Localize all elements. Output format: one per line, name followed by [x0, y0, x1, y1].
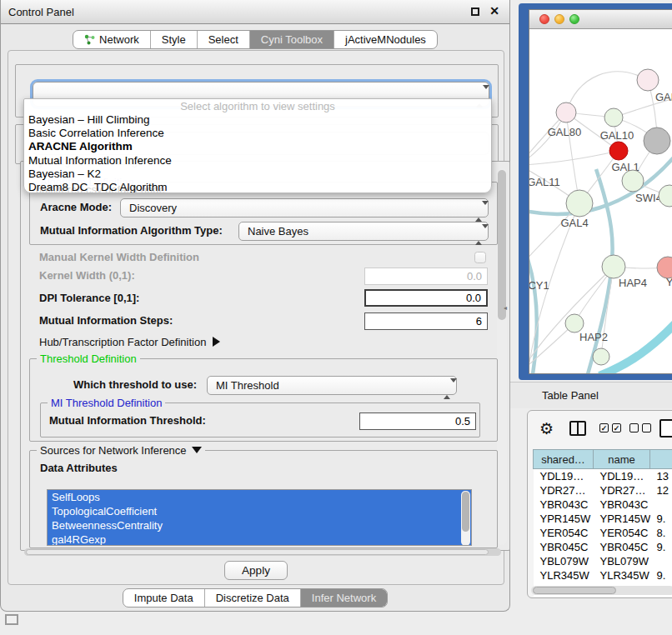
float-window-icon[interactable] — [471, 8, 479, 16]
network-node[interactable] — [644, 128, 670, 154]
table-cell[interactable]: 9. — [650, 512, 672, 526]
tab-cyni-toolbox[interactable]: Cyni Toolbox — [249, 31, 333, 48]
table-horizontal-scrollbar[interactable] — [531, 586, 672, 595]
file-icon[interactable] — [659, 419, 672, 438]
dpi-tolerance-field[interactable]: 0.0 — [364, 289, 488, 307]
network-edge[interactable] — [529, 151, 619, 165]
network-node[interactable] — [604, 108, 623, 127]
network-edge[interactable] — [566, 72, 648, 112]
dropdown-item[interactable]: Bayesian – Hill Climbing — [24, 113, 491, 127]
apply-button[interactable]: Apply — [224, 561, 288, 580]
table-cell[interactable]: YLR345W — [594, 568, 650, 582]
table-row[interactable]: YBR043CYBR043C — [534, 498, 672, 512]
tab-impute-data[interactable]: Impute Data — [123, 589, 204, 607]
network-canvas[interactable]: GALGAL80GAL10GAL1GAL11GAL4SWI4GCY1HAP4YH… — [529, 29, 672, 374]
table-cell[interactable]: YBR045C — [594, 540, 650, 554]
table-cell[interactable]: 9. — [650, 540, 672, 554]
mac-zoom-icon[interactable] — [569, 14, 579, 24]
float-panel-icon[interactable] — [5, 614, 18, 625]
column-header-cut[interactable] — [650, 450, 672, 469]
table-cell[interactable]: YBR045C — [534, 540, 594, 554]
network-node[interactable] — [609, 142, 628, 160]
table-cell[interactable]: YLR345W — [534, 568, 594, 582]
dropdown-item[interactable]: Bayesian – K2 — [24, 168, 491, 181]
dropdown-item[interactable]: Mutual Information Inference — [24, 154, 491, 168]
mi-threshold-field[interactable]: 0.5 — [359, 412, 476, 430]
table-cell[interactable]: YPR145W — [594, 512, 650, 526]
list-item[interactable]: SelfLoops — [48, 490, 471, 504]
table-row[interactable]: YPR145WYPR145W9. — [534, 512, 672, 526]
table-cell[interactable]: YPR145W — [534, 512, 594, 526]
collapse-down-icon[interactable] — [192, 447, 202, 453]
dropdown-item-selected[interactable]: ARACNE Algorithm — [24, 140, 491, 153]
tab-discretize-data[interactable]: Discretize Data — [204, 589, 300, 607]
table-cell[interactable]: 9. — [650, 568, 672, 582]
gear-icon[interactable]: ⚙ — [539, 418, 554, 440]
table-cell[interactable]: YDR27… — [594, 483, 650, 498]
table-row[interactable]: YBL079WYBL079W — [534, 554, 672, 568]
tab-style[interactable]: Style — [150, 31, 197, 48]
table-cell[interactable]: 12 — [650, 483, 672, 498]
tab-select[interactable]: Select — [197, 31, 249, 48]
table-cell[interactable]: YBL079W — [594, 554, 650, 568]
column-header-name[interactable]: name — [594, 450, 650, 469]
network-node[interactable] — [565, 314, 584, 332]
network-edge[interactable] — [599, 321, 672, 374]
table-cell[interactable]: YDR27… — [534, 483, 594, 498]
network-node[interactable] — [622, 170, 644, 192]
table-row[interactable]: YBR045CYBR045C9. — [534, 540, 672, 554]
list-scrollbar[interactable] — [461, 491, 470, 546]
dropdown-item[interactable]: Basic Correlation Inference — [24, 127, 491, 140]
scrollbar-thumb[interactable] — [533, 587, 616, 594]
table-cell[interactable]: YDL19… — [534, 469, 594, 483]
mi-type-combo[interactable]: Naive Bayes — [238, 222, 489, 241]
table-cell[interactable]: YBR043C — [594, 498, 650, 512]
network-node[interactable] — [566, 190, 593, 217]
algorithm-dropdown-list: Select algorithm to view settings Bayesi… — [23, 98, 492, 193]
list-item[interactable]: TopologicalCoefficient — [48, 504, 471, 518]
table-row[interactable]: YDL19…YDL19…13 — [534, 469, 672, 483]
columns-icon[interactable] — [569, 421, 586, 436]
network-node[interactable] — [602, 255, 625, 278]
table-cell[interactable]: YDL19… — [594, 469, 650, 483]
network-node[interactable] — [593, 348, 609, 365]
mi-steps-field[interactable]: 6 — [364, 312, 488, 330]
table-cell[interactable] — [650, 554, 672, 568]
select-all-button[interactable]: ✓ ✓ — [599, 423, 621, 432]
which-threshold-combo[interactable]: MI Threshold — [207, 376, 457, 395]
network-node-label: GAL — [655, 91, 672, 103]
network-node[interactable] — [637, 69, 659, 91]
table-cell[interactable]: 8. — [650, 526, 672, 540]
deselect-all-button[interactable] — [629, 423, 651, 432]
column-header-shared-name[interactable]: shared… — [534, 450, 594, 469]
table-cell[interactable]: YBL079W — [534, 554, 594, 568]
mac-minimize-icon[interactable] — [554, 14, 564, 24]
expand-right-icon[interactable] — [213, 337, 220, 347]
tab-infer-network[interactable]: Infer Network — [300, 589, 387, 607]
list-item[interactable]: gal4RGexp — [48, 532, 471, 546]
table-cell[interactable]: YER054C — [594, 526, 650, 540]
table-cell[interactable] — [650, 498, 672, 512]
list-item[interactable]: BetweennessCentrality — [48, 518, 471, 532]
aracne-mode-combo[interactable]: Discovery — [120, 198, 489, 218]
tab-network[interactable]: Network — [73, 31, 150, 48]
scrollbar-thumb[interactable] — [462, 492, 469, 532]
table-row[interactable]: YDR27…YDR27…12 — [534, 483, 672, 498]
table-row[interactable]: YLR345WYLR345W9. — [534, 568, 672, 582]
hub-definition-toggle[interactable]: Hub/Transcription Factor Definition — [39, 333, 220, 352]
network-node[interactable] — [556, 102, 576, 122]
table-row[interactable]: YER054CYER054C8. — [534, 526, 672, 540]
divider-grip-icon[interactable]: ◂ — [504, 302, 511, 314]
dropdown-item[interactable]: Dream8 DC_TDC Algorithm — [24, 181, 491, 193]
close-icon[interactable]: ✕ — [489, 4, 499, 18]
table-cell[interactable]: YBR043C — [534, 498, 594, 512]
scrollbar-thumb[interactable] — [26, 549, 489, 555]
table-cell[interactable]: 13 — [650, 469, 672, 483]
control-panel-titlebar: Control Panel ✕ — [1, 0, 509, 24]
mac-close-icon[interactable] — [539, 14, 549, 24]
settings-horizontal-scrollbar[interactable] — [24, 548, 501, 556]
tab-jactivemnodules[interactable]: jActiveMNodules — [333, 31, 437, 48]
table-cell[interactable]: YER054C — [534, 526, 594, 540]
network-node-label: GAL10 — [600, 129, 634, 142]
settings-scrollbar[interactable] — [497, 168, 507, 545]
